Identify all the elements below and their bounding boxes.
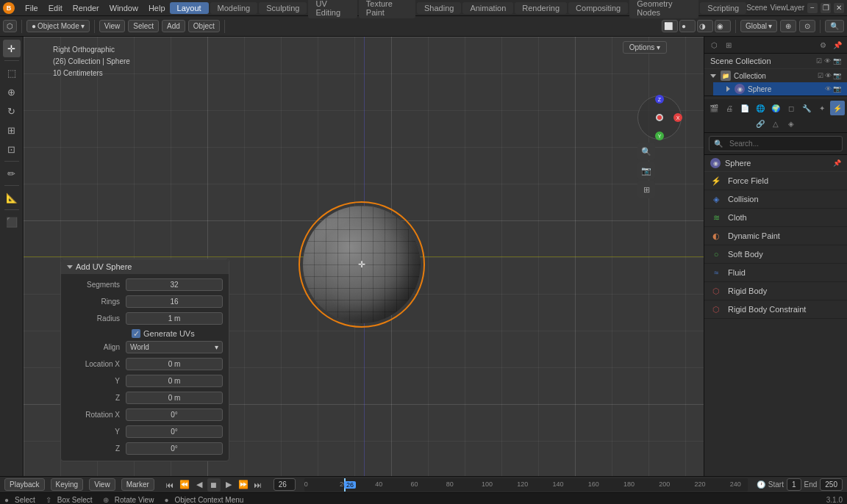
sc-sphere-cam-icon[interactable]: 📷 <box>833 85 841 93</box>
timeline-view-menu-btn[interactable]: View <box>89 478 115 491</box>
rp-scene-btn[interactable]: ⬡ <box>707 38 721 51</box>
win-restore-btn[interactable]: ❐ <box>821 3 831 13</box>
rp-settings-btn[interactable]: ⚙ <box>816 38 829 51</box>
prop-view-layer-icon[interactable]: 📄 <box>737 101 752 115</box>
tab-animation[interactable]: Animation <box>462 2 513 14</box>
frame-next-btn[interactable]: ⏩ <box>237 478 250 492</box>
view-menu-btn[interactable]: View <box>99 20 126 32</box>
win-minimize-btn[interactable]: − <box>807 3 818 13</box>
phys-item-rigid-body[interactable]: ⬡ Rigid Body <box>704 282 847 300</box>
rotation-x-input[interactable]: 0° <box>126 408 223 421</box>
grid-btn[interactable]: ⊞ <box>637 181 655 198</box>
prop-data-icon[interactable]: △ <box>768 116 783 131</box>
object-menu-btn[interactable]: Object <box>188 20 220 32</box>
rotate-btn[interactable]: ↻ <box>3 102 21 120</box>
prop-scene-icon[interactable]: 🌐 <box>753 101 768 115</box>
tab-geometry-nodes[interactable]: Geometry Nodes <box>629 0 698 18</box>
keying-menu-btn[interactable]: Keying <box>51 478 84 491</box>
sc-collection-eye-icon[interactable]: ☑ <box>818 72 823 79</box>
rotation-y-input[interactable]: 0° <box>126 425 223 438</box>
location-y-input[interactable]: 0 m <box>126 375 223 387</box>
frame-prev-btn[interactable]: ⏪ <box>178 478 191 492</box>
panel-header[interactable]: Add UV Sphere <box>61 259 229 274</box>
phys-item-soft-body[interactable]: ○ Soft Body <box>704 245 847 264</box>
menu-file[interactable]: File <box>21 2 43 14</box>
prop-material-icon[interactable]: ◈ <box>784 116 798 131</box>
annotate-btn[interactable]: ✏ <box>3 165 21 182</box>
sc-eye-icon[interactable]: 👁 <box>824 57 831 65</box>
scale-btn[interactable]: ⊞ <box>3 121 21 139</box>
blender-logo[interactable]: B <box>3 2 15 14</box>
location-z-input[interactable]: 0 m <box>126 392 223 404</box>
add-menu-btn[interactable]: Add <box>162 20 185 32</box>
phys-item-rigid-body-constraint[interactable]: ⬡ Rigid Body Constraint <box>704 300 847 319</box>
wireframe-shading-btn[interactable]: ⬜ <box>662 20 678 32</box>
current-frame-input[interactable]: 26 <box>274 478 296 491</box>
rotation-z-input[interactable]: 0° <box>126 442 223 455</box>
end-frame-input[interactable]: 250 <box>820 478 843 491</box>
tab-rendering[interactable]: Rendering <box>515 2 567 14</box>
phys-item-dynamic-paint[interactable]: ◐ Dynamic Paint <box>704 227 847 245</box>
tab-modeling[interactable]: Modeling <box>210 2 258 14</box>
sc-sphere-eye-icon[interactable]: 👁 <box>825 85 832 93</box>
physics-search-input[interactable] <box>725 138 837 149</box>
marker-menu-btn[interactable]: Marker <box>121 478 154 491</box>
transform-btn[interactable]: ⊡ <box>3 140 21 158</box>
add-cube-btn[interactable]: ⬛ <box>3 213 21 231</box>
global-btn[interactable]: Global ▾ <box>740 20 777 32</box>
win-close-btn[interactable]: ✕ <box>834 3 844 13</box>
tab-layout[interactable]: Layout <box>170 2 209 14</box>
generate-uvs-checkbox[interactable]: ✓ <box>132 329 140 338</box>
prop-render-icon[interactable]: 🎬 <box>707 101 721 115</box>
location-x-input[interactable]: 0 m <box>126 358 223 370</box>
segments-input[interactable]: 32 <box>126 278 223 291</box>
sc-checkbox-icon[interactable]: ☑ <box>816 57 822 65</box>
phys-item-cloth[interactable]: ≋ Cloth <box>704 209 847 227</box>
tab-scripting[interactable]: Scripting <box>700 2 746 14</box>
menu-edit[interactable]: Edit <box>44 2 67 14</box>
options-btn[interactable]: Options ▾ <box>623 41 667 54</box>
select-box-btn[interactable]: ⬚ <box>3 64 21 82</box>
sphere-mesh[interactable]: ✛ <box>303 206 421 323</box>
prop-output-icon[interactable]: 🖨 <box>722 101 737 115</box>
move-btn[interactable]: ⊕ <box>3 83 21 101</box>
solid-shading-btn[interactable]: ● <box>679 20 696 32</box>
viewport-gizmo[interactable]: Z X Y 🔍 📷 ⊞ <box>637 96 682 154</box>
select-menu-btn[interactable]: Select <box>128 20 159 32</box>
cursor-tool-btn[interactable]: ✛ <box>3 40 21 57</box>
tab-shading[interactable]: Shading <box>417 2 461 14</box>
menu-window[interactable]: Window <box>105 2 143 14</box>
play-rev-btn[interactable]: ◀ <box>193 478 206 492</box>
gizmo-y-axis[interactable]: Y <box>655 132 664 140</box>
gizmo-z-axis[interactable]: Z <box>655 95 664 104</box>
sc-collection-vis-icon[interactable]: 👁 <box>825 72 832 79</box>
sc-camera-icon[interactable]: 📷 <box>833 57 841 65</box>
proportional-edit-btn[interactable]: ⊙ <box>799 20 815 32</box>
radius-input[interactable]: 1 m <box>126 312 223 325</box>
tab-uv-editing[interactable]: UV Editing <box>308 0 357 18</box>
keyframe-prev-btn[interactable]: ⏮ <box>163 478 176 492</box>
prop-physics-icon[interactable]: ⚡ <box>830 101 845 115</box>
object-mode-btn[interactable]: ● Object Mode ▾ <box>26 20 90 32</box>
prop-modifier-icon[interactable]: 🔧 <box>799 101 814 115</box>
rings-input[interactable]: 16 <box>126 295 223 308</box>
rp-filter-btn[interactable]: ⊞ <box>722 38 735 51</box>
start-frame-input[interactable]: 1 <box>787 478 801 491</box>
sc-collection-cam-icon[interactable]: 📷 <box>833 72 841 79</box>
tab-sculpting[interactable]: Sculpting <box>259 2 307 14</box>
snap-toggle-btn[interactable]: ⊕ <box>780 20 796 32</box>
prop-particles-icon[interactable]: ✦ <box>815 101 829 115</box>
prop-object-icon[interactable]: ◻ <box>784 101 798 115</box>
playback-menu-btn[interactable]: Playback <box>4 478 45 491</box>
align-select[interactable]: World ▾ <box>126 341 223 353</box>
phys-item-force-field[interactable]: ⚡ Force Field <box>704 172 847 190</box>
viewport[interactable]: Right Orthographic (26) Collection | Sph… <box>24 37 704 476</box>
sc-item-sphere[interactable]: ◉ Sphere 👁 📷 <box>713 82 847 96</box>
menu-help[interactable]: Help <box>144 2 170 14</box>
rp-pin-btn[interactable]: 📌 <box>831 38 844 51</box>
camera-btn[interactable]: 📷 <box>637 162 655 179</box>
phys-item-collision[interactable]: ◈ Collision <box>704 190 847 209</box>
sc-item-collection[interactable]: 📁 Collection ☑ 👁 📷 <box>704 69 847 82</box>
gizmo-x-axis[interactable]: X <box>673 113 682 122</box>
prop-world-icon[interactable]: 🌍 <box>768 101 783 115</box>
